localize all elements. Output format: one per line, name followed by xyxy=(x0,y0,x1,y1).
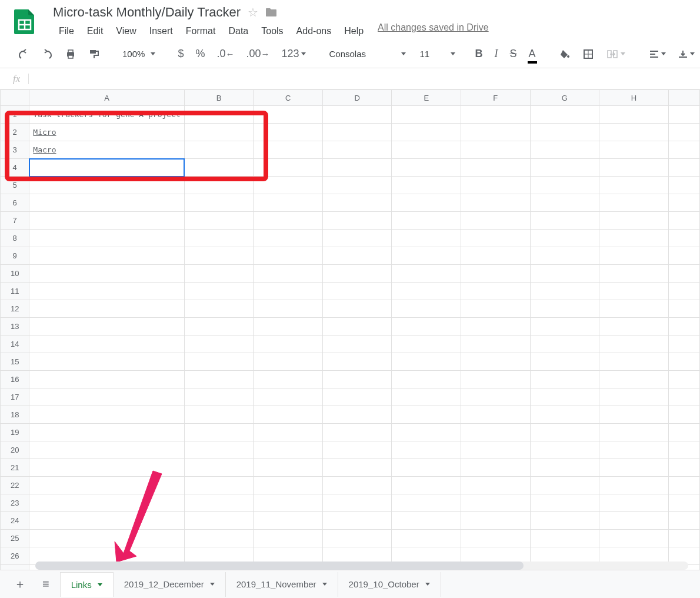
row-header-1[interactable]: 1 xyxy=(1,106,29,124)
cell-A15[interactable] xyxy=(29,353,184,371)
scrollbar-thumb[interactable] xyxy=(35,562,524,570)
row-header-10[interactable]: 10 xyxy=(1,265,29,283)
cell-F3[interactable] xyxy=(461,141,530,159)
cell-D9[interactable] xyxy=(322,247,392,265)
cell-D3[interactable] xyxy=(322,141,392,159)
cell-B4[interactable] xyxy=(184,159,254,177)
cell-C21[interactable] xyxy=(254,459,323,477)
menu-data[interactable]: Data xyxy=(222,22,254,40)
cell-C9[interactable] xyxy=(254,247,323,265)
cell-B10[interactable] xyxy=(184,265,254,283)
cell-C13[interactable] xyxy=(254,318,323,335)
redo-button[interactable] xyxy=(36,45,58,63)
cell-E2[interactable] xyxy=(392,124,461,141)
cell-A12[interactable] xyxy=(29,300,184,318)
cell-E3[interactable] xyxy=(392,141,461,159)
cell-G13[interactable] xyxy=(530,318,599,335)
chevron-down-icon[interactable] xyxy=(322,583,327,586)
cell-G8[interactable] xyxy=(530,230,599,247)
sheet-tab-2019_10_october[interactable]: 2019_10_October xyxy=(338,572,441,597)
add-sheet-button[interactable]: ＋ xyxy=(8,570,32,598)
cell-F15[interactable] xyxy=(461,353,530,371)
cell-G15[interactable] xyxy=(530,353,599,371)
row-header-24[interactable]: 24 xyxy=(1,512,29,530)
chevron-down-icon[interactable] xyxy=(210,583,215,586)
cell-B11[interactable] xyxy=(184,283,254,300)
cell-G11[interactable] xyxy=(530,283,599,300)
cell-E18[interactable] xyxy=(392,406,461,424)
sheet-tab-2019_11_november[interactable]: 2019_11_November xyxy=(226,572,338,597)
cell-C20[interactable] xyxy=(254,441,323,459)
cell-F21[interactable] xyxy=(461,459,530,477)
cell-C19[interactable] xyxy=(254,424,323,441)
font-size-select[interactable]: 11 xyxy=(415,46,456,61)
row-header-2[interactable]: 2 xyxy=(1,124,29,141)
cell-C17[interactable] xyxy=(254,388,323,406)
cell-D1[interactable] xyxy=(322,106,392,124)
row-header-17[interactable]: 17 xyxy=(1,388,29,406)
column-header-G[interactable]: G xyxy=(530,90,599,106)
merge-cells-button[interactable] xyxy=(602,45,630,63)
cell-F6[interactable] xyxy=(461,194,530,212)
cell-B14[interactable] xyxy=(184,335,254,353)
cell-G6[interactable] xyxy=(530,194,599,212)
chevron-down-icon[interactable] xyxy=(425,583,430,586)
star-icon[interactable]: ☆ xyxy=(248,5,258,19)
cell-C4[interactable] xyxy=(254,159,323,177)
cell-C8[interactable] xyxy=(254,230,323,247)
cell-B23[interactable] xyxy=(184,494,254,512)
cell-C11[interactable] xyxy=(254,283,323,300)
cell-D12[interactable] xyxy=(322,300,392,318)
cell-C15[interactable] xyxy=(254,353,323,371)
cell-E15[interactable] xyxy=(392,353,461,371)
cell-B12[interactable] xyxy=(184,300,254,318)
cell-D25[interactable] xyxy=(322,530,392,547)
save-status[interactable]: All changes saved in Drive xyxy=(378,22,489,40)
cell-H7[interactable] xyxy=(599,212,669,230)
cell-A6[interactable] xyxy=(29,194,184,212)
cell-C5[interactable] xyxy=(254,177,323,194)
cell-H23[interactable] xyxy=(599,494,669,512)
cell-C3[interactable] xyxy=(254,141,323,159)
cell-E17[interactable] xyxy=(392,388,461,406)
cell-F22[interactable] xyxy=(461,477,530,494)
cell-G19[interactable] xyxy=(530,424,599,441)
cell-G21[interactable] xyxy=(530,459,599,477)
cell-H18[interactable] xyxy=(599,406,669,424)
sheet-tab-links[interactable]: Links xyxy=(60,572,114,597)
cell-D4[interactable] xyxy=(322,159,392,177)
cell-H16[interactable] xyxy=(599,371,669,388)
cell-G22[interactable] xyxy=(530,477,599,494)
cell-D2[interactable] xyxy=(322,124,392,141)
cell-C24[interactable] xyxy=(254,512,323,530)
cell-H3[interactable] xyxy=(599,141,669,159)
cell-D24[interactable] xyxy=(322,512,392,530)
cell-D19[interactable] xyxy=(322,424,392,441)
cell-G9[interactable] xyxy=(530,247,599,265)
cell-B1[interactable] xyxy=(184,106,254,124)
menu-insert[interactable]: Insert xyxy=(144,22,179,40)
row-header-16[interactable]: 16 xyxy=(1,371,29,388)
cell-E24[interactable] xyxy=(392,512,461,530)
cell-B19[interactable] xyxy=(184,424,254,441)
cell-E20[interactable] xyxy=(392,441,461,459)
horizontal-align-button[interactable] xyxy=(644,46,671,62)
all-sheets-button[interactable]: ≡ xyxy=(36,572,55,597)
cell-B24[interactable] xyxy=(184,512,254,530)
column-header-H[interactable]: H xyxy=(599,90,669,106)
cell-C25[interactable] xyxy=(254,530,323,547)
cell-F16[interactable] xyxy=(461,371,530,388)
cell-G17[interactable] xyxy=(530,388,599,406)
cell-A16[interactable] xyxy=(29,371,184,388)
cell-F17[interactable] xyxy=(461,388,530,406)
cell-G25[interactable] xyxy=(530,530,599,547)
text-color-button[interactable]: A xyxy=(524,44,541,64)
cell-C6[interactable] xyxy=(254,194,323,212)
cell-G5[interactable] xyxy=(530,177,599,194)
zoom-select[interactable]: 100% xyxy=(119,46,159,61)
cell-A5[interactable] xyxy=(29,177,184,194)
cell-D5[interactable] xyxy=(322,177,392,194)
column-header-B[interactable]: B xyxy=(184,90,254,106)
cell-C22[interactable] xyxy=(254,477,323,494)
select-all-corner[interactable] xyxy=(1,90,29,106)
